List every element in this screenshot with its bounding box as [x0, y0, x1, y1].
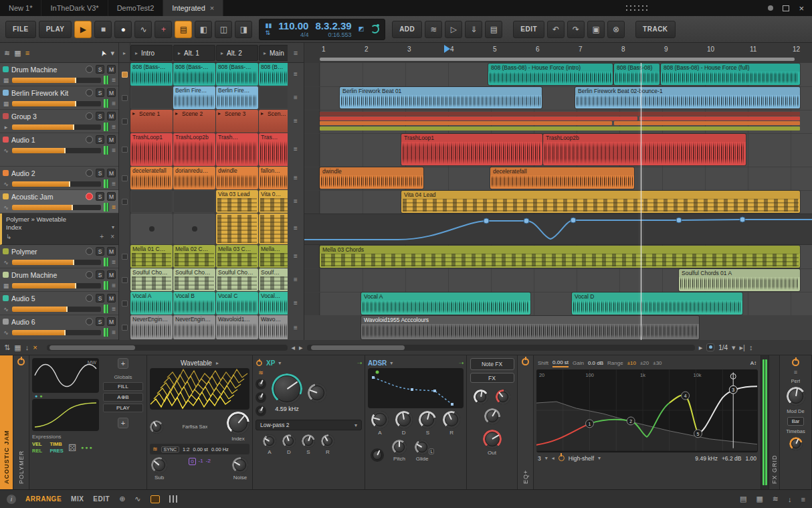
track-menu-icon[interactable]: ≡ [112, 258, 116, 266]
record-arm-button[interactable] [86, 169, 93, 177]
oscillator-type-label[interactable]: Wavetable [181, 359, 212, 367]
shift-value[interactable]: 0.00 st [552, 359, 569, 367]
attack-knob[interactable] [371, 411, 389, 428]
out-knob[interactable] [483, 430, 502, 448]
filter-power-button[interactable] [256, 360, 262, 366]
automation-write-button[interactable]: ∿ [134, 21, 152, 38]
sub-octave-selector[interactable]: 0-1-2 [189, 457, 211, 465]
wavetable-preset-name[interactable]: Farfisa Sax [183, 424, 208, 430]
device-name-label[interactable]: POLYMER [18, 372, 25, 484]
clip-slot[interactable]: Mella 02 C… [173, 245, 215, 268]
playback-start-marker[interactable] [444, 45, 450, 53]
band-freq-value[interactable]: 9.49 kHz [695, 455, 718, 462]
filter-mode-dropdown[interactable]: Low-pass 2▾ [256, 420, 362, 430]
record-arm-button[interactable] [86, 318, 93, 325]
rel-expression[interactable]: REL [32, 448, 45, 454]
slot-indicator[interactable] [122, 147, 128, 153]
solo-button[interactable]: S [96, 294, 104, 303]
track-row[interactable]: Berlin Firework KitSM ▦≡ [0, 86, 118, 110]
loop-toggle-icon[interactable] [371, 25, 379, 33]
arranger-clip[interactable]: Wavoloid1955 Acccolours [361, 316, 699, 339]
sync-ratio-value[interactable]: 1:2 [183, 446, 189, 452]
clip-slot[interactable]: 808 (B… [259, 63, 288, 86]
curve-knob[interactable] [371, 448, 384, 462]
row-menu-icon[interactable]: ≡ [288, 174, 304, 181]
clip-stop-button[interactable] [130, 214, 173, 244]
left-panel-toggle[interactable]: ◧ [195, 21, 212, 38]
range-option[interactable]: ±30 [653, 360, 662, 366]
arranger-clip[interactable]: TrashLoop2b [543, 134, 746, 165]
volume-slider[interactable] [12, 205, 101, 210]
arranger-clip[interactable]: Mella 03 Chords [320, 246, 800, 268]
scene-header[interactable]: ▸Main [259, 45, 288, 61]
groove-icon[interactable] [706, 343, 714, 351]
clip-slot[interactable]: fallon… [259, 167, 288, 189]
clip-slot[interactable]: dwindle [216, 167, 258, 189]
band-type-value[interactable]: High-shelf [569, 455, 594, 462]
volume-slider[interactable] [12, 101, 101, 106]
chevron-down-icon[interactable]: ▾ [112, 224, 114, 232]
band-count-value[interactable]: 3 [538, 455, 541, 462]
vel-expression[interactable]: VEL [32, 441, 45, 447]
clip-slot[interactable]: Tras… [259, 133, 288, 166]
eq-band-handle[interactable]: 4 [684, 394, 687, 398]
track-menu-icon[interactable]: ≡ [112, 180, 116, 187]
mute-button[interactable]: M [107, 247, 116, 256]
empty-clip-slot[interactable] [259, 86, 288, 109]
pitch-knob[interactable] [392, 440, 407, 454]
phase-knob[interactable] [150, 420, 163, 434]
arranger-clip[interactable]: Vocal D [572, 292, 742, 315]
file-button[interactable]: FILE [5, 21, 36, 38]
mini-knob[interactable] [256, 379, 266, 390]
clip-slot[interactable]: Berlin Fire… [173, 86, 215, 109]
add-modulator-button[interactable]: + [100, 233, 104, 240]
menu-icon[interactable]: ≡ [794, 369, 797, 375]
arranger-clip[interactable]: Berlin Firework Beat 02-bounce-1 [575, 87, 800, 108]
arranger-clip[interactable]: Vita 04 Lead [401, 191, 800, 213]
feg-release-knob[interactable] [321, 434, 334, 448]
mixer-icon[interactable]: ≡ [801, 495, 805, 503]
arranger-scrollbar[interactable] [307, 345, 695, 351]
right-panel-toggle[interactable]: ◨ [235, 21, 252, 38]
edit-button[interactable]: EDIT [513, 21, 544, 38]
keytrack-icon[interactable]: ≋ [153, 446, 158, 452]
cutoff-value[interactable]: 4.59 kHz [275, 406, 299, 412]
volume-slider[interactable] [12, 78, 101, 83]
device-name-label[interactable]: EQ+ [522, 372, 529, 484]
arranger-timeline[interactable]: 808 (Bass-08) - House Force (intro) 808 … [304, 63, 812, 340]
track-menu-icon[interactable]: ≡ [112, 305, 116, 313]
scene-play-icon[interactable]: ▸ [178, 50, 181, 56]
group-clip-slot[interactable]: ▸Scene 3 [216, 110, 258, 133]
timeline-ruler[interactable]: 1 2 3 4 5 6 7 8 9 10 11 12 [304, 43, 812, 63]
wavetable-display[interactable] [150, 368, 249, 410]
mix-view-tab[interactable]: MIX [71, 495, 84, 503]
octave-option[interactable]: 0 [189, 458, 195, 465]
clip-slot[interactable]: Vita 0… [259, 190, 288, 213]
play-mode-button[interactable]: PLAY [103, 404, 143, 412]
mapping-icon[interactable]: ≋ [773, 495, 779, 503]
volume-slider[interactable] [12, 181, 101, 187]
row-menu-icon[interactable]: ≡ [288, 145, 304, 153]
clip-slot[interactable]: dorianredu… [173, 167, 215, 189]
io-icon[interactable]: ◩ [359, 26, 365, 32]
glide-knob[interactable]: L [415, 440, 429, 454]
slot-indicator[interactable] [122, 95, 128, 101]
window-restore-icon[interactable] [783, 5, 789, 11]
empty-clip-slot[interactable] [130, 190, 173, 213]
insert-button[interactable]: ⇓ [465, 21, 482, 38]
clip-slot[interactable]: Vocal C [216, 292, 258, 315]
clip-slot[interactable] [259, 214, 288, 244]
track-list-icon[interactable]: ≋ [4, 49, 10, 58]
stop-button[interactable]: ■ [94, 21, 112, 38]
range-option-selected[interactable]: ±10 [627, 360, 636, 366]
slot-indicator[interactable] [122, 301, 128, 307]
layout-bars-icon[interactable] [169, 495, 178, 503]
group-clip-slot[interactable]: ▸Scene 1 [130, 110, 173, 133]
slot-indicator[interactable] [122, 175, 128, 181]
mute-button[interactable]: M [107, 112, 116, 120]
pointer-tool-icon[interactable]: ➤ [98, 48, 108, 57]
remove-button[interactable]: × [110, 233, 114, 240]
clip-slot[interactable]: Soulful Cho… [216, 268, 258, 291]
volume-slider[interactable] [12, 283, 101, 288]
fx-tab[interactable]: FX [470, 373, 514, 383]
